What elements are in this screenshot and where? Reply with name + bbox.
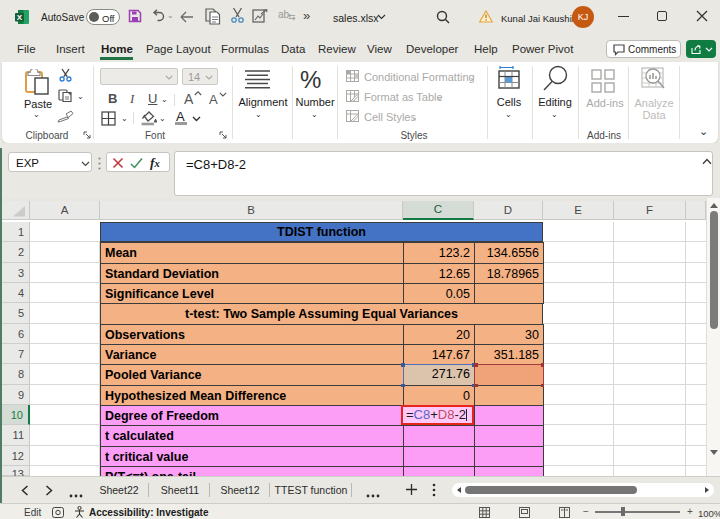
svg-text:X: X xyxy=(17,13,23,22)
